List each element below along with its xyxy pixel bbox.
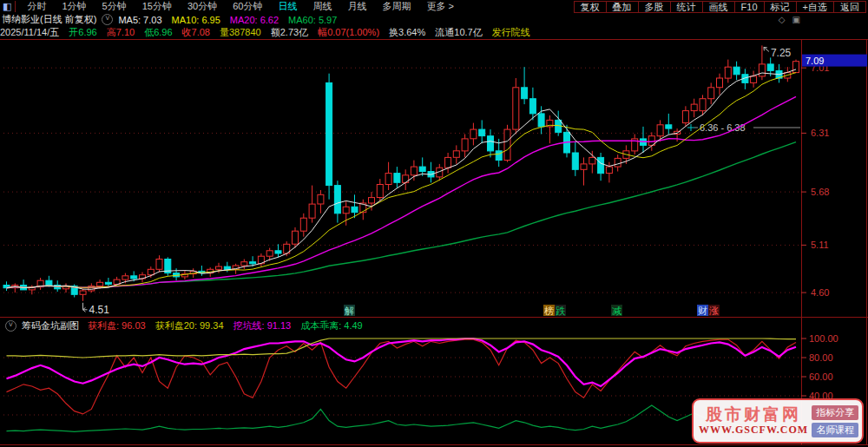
gap-cross-icon xyxy=(687,124,694,131)
candle xyxy=(385,174,391,185)
toolbar-divider xyxy=(15,1,16,12)
candle xyxy=(572,153,578,169)
indicator-chevron-icon[interactable]: ˅ xyxy=(5,320,16,332)
svg-text:涨: 涨 xyxy=(709,306,719,316)
candle xyxy=(529,99,536,114)
ma60-line xyxy=(7,142,797,288)
candle xyxy=(589,157,595,164)
toolbar-button-6[interactable]: 标记 xyxy=(764,1,797,13)
candle xyxy=(275,251,281,253)
watermark-url: WWW.GSCFW.COM xyxy=(699,424,808,437)
ma20-line xyxy=(7,96,797,287)
candle xyxy=(266,251,273,256)
candle xyxy=(326,82,332,185)
period-tab-5[interactable]: 60分钟 xyxy=(225,0,270,13)
main-chart-svg[interactable]: 7.016.315.685.114.606.36 - 6.384.517.25解… xyxy=(0,39,868,317)
candle xyxy=(708,88,714,99)
period-tab-6[interactable]: 日线 xyxy=(270,0,305,13)
toolbar-button-4[interactable]: 画线 xyxy=(702,1,735,13)
ma10-line xyxy=(7,73,797,288)
candle xyxy=(131,276,137,279)
candle xyxy=(496,151,502,161)
candle xyxy=(767,64,773,71)
watermark: 股市财富网 WWW.GSCFW.COM 指标分享 名师课程 xyxy=(692,398,864,444)
candle xyxy=(122,276,128,279)
candle xyxy=(334,186,340,214)
period-tab-2[interactable]: 5分钟 xyxy=(95,0,135,13)
watermark-badge-share: 指标分享 xyxy=(812,405,858,420)
stock-header: 博纳影业(日线 前复权) ˅ MA5: 7.03MA10: 6.95MA20: … xyxy=(0,13,868,26)
candle xyxy=(394,174,400,183)
toolbar-button-3[interactable]: 统计 xyxy=(670,1,703,13)
period-tab-8[interactable]: 月线 xyxy=(339,0,374,13)
indicator-axis-label: 60.00 xyxy=(809,371,833,382)
main-candlestick-chart[interactable]: 7.016.315.685.114.606.36 - 6.384.517.25解… xyxy=(0,39,868,320)
candle xyxy=(309,204,315,218)
indicator-title[interactable]: 筹码金坑副图 xyxy=(22,319,79,332)
candle xyxy=(733,67,740,75)
candle xyxy=(700,99,706,111)
quote-bar: 2025/11/14/五开6.96高7.10低6.96收7.08量387840额… xyxy=(0,26,868,39)
candle xyxy=(453,151,459,158)
toolbar-button-1[interactable]: 叠加 xyxy=(606,1,639,13)
candle xyxy=(470,129,477,139)
candle xyxy=(411,167,417,175)
toolbar-button-2[interactable]: 多股 xyxy=(638,1,671,13)
candle xyxy=(97,282,103,286)
toolbar-button-8[interactable]: 返回 xyxy=(833,1,866,13)
header-right-icons: ◇▣ xyxy=(779,15,800,24)
period-tab-7[interactable]: 周线 xyxy=(305,0,339,13)
quote-item-2: 高7.10 xyxy=(107,27,135,37)
svg-text:跌: 跌 xyxy=(556,306,566,316)
toolbar-button-5[interactable]: F10 xyxy=(734,1,765,13)
diamond-icon[interactable]: ◇ xyxy=(779,15,786,24)
candle xyxy=(682,111,688,123)
ma-value-1: MA10: 6.95 xyxy=(172,15,220,25)
window-icon[interactable]: ◧ xyxy=(3,0,11,13)
candle xyxy=(369,198,375,203)
quote-item-5: 量387840 xyxy=(220,27,261,37)
period-tab-1[interactable]: 1分钟 xyxy=(54,0,94,13)
price-axis-label: 5.68 xyxy=(811,187,829,197)
candle xyxy=(445,157,451,168)
candle xyxy=(343,207,349,214)
candle xyxy=(581,164,587,169)
period-tab-4[interactable]: 30分钟 xyxy=(180,0,225,13)
candle xyxy=(691,104,697,111)
candle xyxy=(504,129,510,161)
stock-name[interactable]: 博纳影业(日线 前复权) xyxy=(2,13,96,26)
ma5-line xyxy=(7,69,797,289)
candle xyxy=(80,291,86,294)
quote-item-9: 流通10.7亿 xyxy=(435,27,482,37)
candle xyxy=(725,67,731,78)
high-callout-label: 7.25 xyxy=(771,47,792,59)
indicator-value-1: 获利盘20: 99.34 xyxy=(155,320,224,331)
chevron-down-icon[interactable]: ˅ xyxy=(102,14,113,25)
candle xyxy=(513,88,519,129)
period-tab-0[interactable]: 分时 xyxy=(19,0,54,13)
quote-item-7: 幅0.07(1.00%) xyxy=(318,27,379,37)
candle xyxy=(598,157,604,173)
toolbar-button-7[interactable]: +自选 xyxy=(796,1,834,13)
indicator-value-2: 挖坑线: 91.13 xyxy=(233,320,292,331)
period-tab-9[interactable]: 多周期 xyxy=(374,0,418,13)
candle xyxy=(156,260,162,270)
price-axis-label: 4.60 xyxy=(811,287,829,298)
period-tab-3[interactable]: 15分钟 xyxy=(135,0,180,13)
candle xyxy=(352,207,358,212)
panel-icon[interactable]: ▣ xyxy=(792,15,800,24)
period-tab-10[interactable]: 更多 > xyxy=(418,0,461,13)
svg-text:减: 减 xyxy=(612,306,621,316)
indicator-header: ˅ 筹码金坑副图 获利盘: 96.03获利盘20: 99.34挖坑线: 91.1… xyxy=(0,318,868,334)
indicator-value-3: 成本乖离: 4.49 xyxy=(300,320,363,331)
candle xyxy=(615,158,621,167)
candle xyxy=(488,136,494,151)
candle xyxy=(462,139,468,151)
candle xyxy=(657,125,663,136)
latest-price-label: 7.09 xyxy=(806,56,824,66)
candle xyxy=(479,129,485,136)
toolbar-button-0[interactable]: 复权 xyxy=(574,1,607,13)
candle xyxy=(241,262,247,266)
ma-value-0: MA5: 7.03 xyxy=(118,15,161,25)
candle xyxy=(793,62,799,73)
